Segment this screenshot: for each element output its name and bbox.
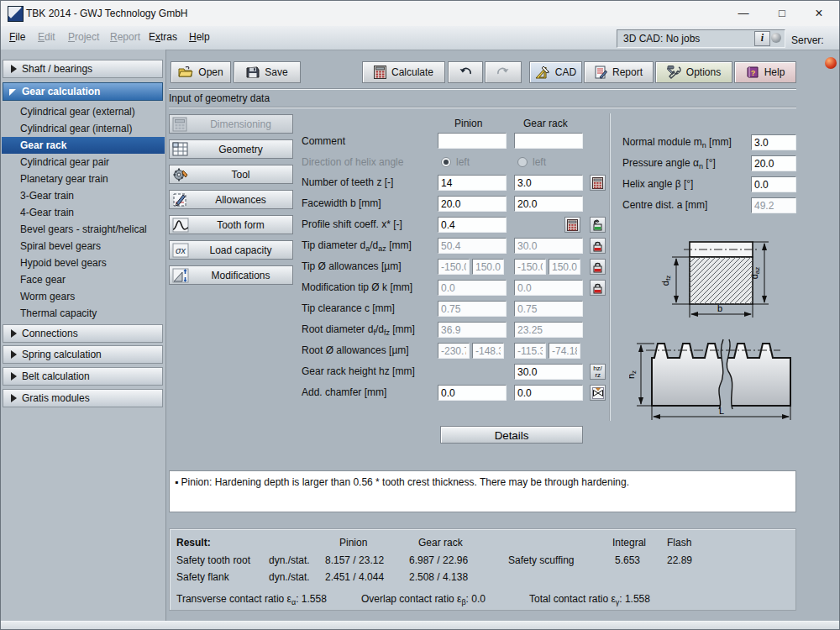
menu-help[interactable]: Help (189, 31, 210, 45)
sidebar-section-connections[interactable]: Connections (3, 324, 163, 343)
tooth-form-button[interactable]: Tooth form (169, 215, 293, 234)
calculator-icon (374, 66, 386, 79)
cad-status-text: 3D CAD: No jobs (623, 33, 700, 45)
modification-tip-label: Modification tip Ø k [mm] (302, 281, 412, 293)
calculator-icon (592, 177, 603, 189)
report-button[interactable]: Report (584, 61, 654, 83)
open-button[interactable]: Open (171, 61, 231, 83)
gearrack-comment-input[interactable] (514, 133, 583, 149)
gearrack-chamfer-input[interactable] (514, 385, 583, 401)
profile-shift-calculator-button[interactable] (564, 217, 580, 233)
pinion-profile-shift-input[interactable] (438, 217, 507, 233)
sidebar-item-bevel-gears[interactable]: Bevel gears - straight/helical (2, 221, 165, 238)
gearrack-teeth-input[interactable] (514, 175, 583, 191)
sidebar-item-face-gear[interactable]: Face gear (2, 271, 165, 288)
sidebar-item-thermal-capacity[interactable]: Thermal capacity (2, 305, 165, 322)
info-button[interactable]: i (754, 31, 770, 46)
load-capacity-button[interactable]: σx Load capacity (169, 240, 293, 260)
chamfer-detail-button[interactable] (590, 385, 606, 401)
triangle-down-icon (9, 89, 16, 96)
menu-report: Report (110, 31, 140, 45)
details-button[interactable]: Details (440, 426, 583, 444)
sidebar-item-gear-rack[interactable]: Gear rack (2, 137, 165, 154)
pinion-comment-input[interactable] (438, 133, 507, 149)
sidebar-section-gear-calculation[interactable]: Gear calculation (3, 82, 163, 101)
load-capacity-sigma-icon: σx (172, 243, 189, 258)
pressure-angle-input[interactable] (751, 155, 796, 171)
tip-allowances-lock-button[interactable] (590, 259, 606, 275)
normal-module-label: Normal module mn [mm] (622, 136, 732, 150)
pinion-facewidth-input[interactable] (438, 196, 507, 212)
teeth-calculator-button[interactable] (590, 175, 606, 191)
rack-height-label: Gear rack height hz [mm] (302, 365, 415, 377)
pinion-root-allowance-lower-input (438, 343, 470, 359)
cross-section-diagram: dfz daz b (646, 236, 789, 324)
sidebar-section-gratis-modules[interactable]: Gratis modules (3, 389, 163, 407)
menu-extras[interactable]: Extras (149, 31, 177, 45)
sidebar-item-cylindrical-gear-pair[interactable]: Cylindrical gear pair (2, 154, 165, 171)
helix-angle-input[interactable] (751, 176, 796, 192)
overlap-contact-ratio: Overlap contact ratio εβ: 0.0 (361, 593, 486, 606)
gearrack-tip-allowance-upper-input (549, 259, 580, 275)
normal-module-input[interactable] (751, 134, 796, 150)
sidebar-item-cylindrical-gear-internal[interactable]: Cylindrical gear (internal) (2, 120, 165, 137)
sidebar-section-belt-calculation[interactable]: Belt calculation (3, 367, 163, 386)
allowances-button[interactable]: Allowances (169, 190, 293, 209)
result-col-flash: Flash (667, 537, 691, 549)
open-folder-icon (178, 66, 193, 78)
undo-button[interactable] (448, 61, 483, 83)
gearrack-facewidth-input[interactable] (514, 196, 583, 212)
svg-text:σx: σx (176, 245, 186, 255)
sidebar-item-4-gear-train[interactable]: 4-Gear train (2, 204, 165, 221)
options-button[interactable]: Options (655, 61, 732, 83)
profile-shift-lock-button[interactable] (590, 217, 606, 233)
calculate-button[interactable]: Calculate (362, 61, 445, 83)
hz-rz-toggle-button[interactable]: hz/ rz (590, 364, 606, 380)
pinion-teeth-input[interactable] (438, 175, 507, 191)
triangle-right-icon (11, 329, 17, 338)
sidebar-item-spiral-bevel-gears[interactable]: Spiral bevel gears (2, 238, 165, 255)
column-header-pinion: Pinion (454, 118, 482, 129)
gearrack-height-input[interactable] (514, 364, 583, 380)
tip-diameter-lock-button[interactable] (590, 238, 606, 254)
sidebar-section-shaft-bearings[interactable]: Shaft / bearings (3, 60, 163, 78)
modification-tip-lock-button[interactable] (590, 280, 606, 296)
sidebar-section-spring-calculation[interactable]: Spring calculation (3, 345, 163, 364)
pinion-helix-left-radio[interactable] (441, 157, 451, 167)
sidebar-item-cylindrical-gear-external[interactable]: Cylindrical gear (external) (2, 103, 165, 120)
save-button[interactable]: Save (234, 61, 301, 83)
menu-file[interactable]: File (9, 31, 25, 45)
maximize-button[interactable]: □ (764, 1, 801, 25)
status-bar (1, 621, 839, 630)
column-header-gear-rack: Gear rack (523, 118, 568, 129)
gear-rack-diagram: hz L (629, 323, 797, 423)
cad-status-box: 3D CAD: No jobs i (617, 29, 785, 48)
tooth-form-icon (172, 218, 189, 233)
close-button[interactable]: × (801, 1, 837, 25)
help-button[interactable]: ? Help (734, 61, 796, 83)
tip-diameter-label: Tip diameter da/daz [mm] (302, 239, 412, 253)
redo-button[interactable] (485, 61, 522, 83)
safety-flank-label: Safety flank (176, 571, 229, 583)
calculator-icon (567, 219, 578, 231)
pinion-chamfer-input[interactable] (438, 385, 507, 401)
geometry-button[interactable]: Geometry (169, 139, 293, 159)
modifications-icon (172, 268, 189, 283)
sidebar-item-worm-gears[interactable]: Worm gears (2, 288, 165, 305)
sidebar-item-hypoid-bevel-gears[interactable]: Hypoid bevel gears (2, 255, 165, 271)
tool-button[interactable]: Tool (169, 165, 293, 184)
hz-dimension-label: hz (629, 370, 638, 379)
sidebar-item-3-gear-train[interactable]: 3-Gear train (2, 187, 165, 204)
centre-distance-label: Centre dist. a [mm] (622, 199, 707, 211)
lock-closed-icon (592, 240, 603, 252)
root-allowances-label: Root Ø allowances [µm] (302, 344, 409, 356)
gearrack-tip-clearance-input (514, 301, 583, 317)
transverse-contact-ratio: Transverse contact ratio εα: 1.558 (176, 593, 327, 606)
svg-text:?: ? (751, 68, 756, 76)
root-diameter-label: Root diameter df/dfz [mm] (302, 323, 415, 337)
sidebar-item-planetary-gear-train[interactable]: Planetary gear train (2, 171, 165, 187)
gearrack-helix-left-radio[interactable] (517, 157, 528, 167)
modifications-button[interactable]: Modifications (169, 265, 293, 285)
cad-button[interactable]: CAD (529, 61, 582, 83)
minimize-button[interactable]: — (725, 1, 762, 25)
